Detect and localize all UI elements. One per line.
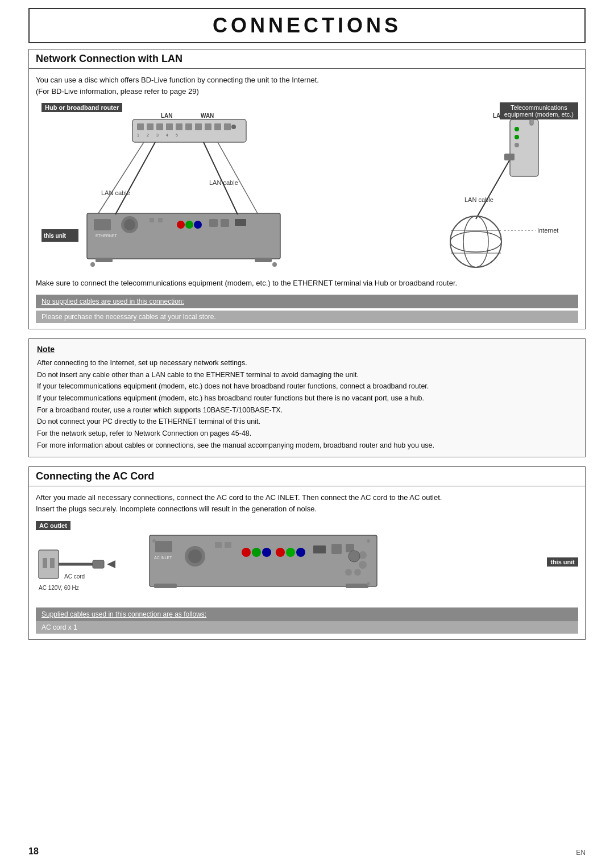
- right-network-svg: LAN LAN cable: [442, 105, 572, 276]
- svg-text:4: 4: [166, 133, 168, 137]
- svg-text:LAN cable: LAN cable: [209, 179, 238, 186]
- supplied-bar: Supplied cables used in this connection …: [36, 607, 578, 621]
- svg-point-46: [515, 135, 519, 139]
- svg-rect-22: [94, 219, 111, 230]
- ac-outlet-area: AC outlet AC cord: [36, 520, 138, 603]
- svg-rect-60: [39, 550, 59, 578]
- svg-rect-81: [313, 545, 326, 553]
- svg-rect-34: [96, 258, 113, 262]
- network-lan-intro: You can use a disc which offers BD-Live …: [36, 75, 578, 97]
- svg-text:5: 5: [176, 133, 178, 137]
- ac-cord-title: Connecting the AC Cord: [29, 467, 585, 486]
- svg-point-80: [296, 548, 305, 557]
- svg-point-75: [242, 548, 251, 557]
- svg-rect-61: [43, 558, 47, 568]
- svg-text:3: 3: [156, 133, 159, 137]
- svg-rect-27: [158, 218, 163, 222]
- svg-rect-32: [221, 219, 229, 227]
- svg-rect-69: [155, 541, 172, 552]
- svg-text:AC INLET: AC INLET: [154, 556, 172, 560]
- svg-rect-9: [214, 123, 221, 130]
- ac-outlet-label: AC outlet: [36, 521, 70, 530]
- svg-point-53: [450, 216, 501, 267]
- svg-point-93: [354, 569, 361, 576]
- svg-rect-3: [156, 123, 163, 130]
- svg-rect-86: [154, 584, 177, 588]
- svg-point-76: [252, 548, 261, 557]
- svg-point-11: [231, 125, 236, 129]
- svg-rect-26: [150, 218, 154, 222]
- svg-text:2: 2: [147, 133, 149, 137]
- svg-text:1: 1: [137, 133, 139, 137]
- svg-point-55: [463, 216, 488, 267]
- svg-point-91: [152, 539, 156, 543]
- svg-text:Internet: Internet: [537, 227, 558, 234]
- this-unit-label-right: this unit: [547, 557, 578, 567]
- svg-rect-35: [255, 258, 272, 262]
- network-lan-title: Network Connection with LAN: [29, 49, 585, 69]
- svg-text:ETHERNET: ETHERNET: [96, 234, 117, 238]
- svg-point-78: [276, 548, 285, 557]
- this-unit-right: this unit: [547, 557, 578, 567]
- svg-point-36: [90, 262, 95, 267]
- left-network-svg: 1 2 3 4 5 LAN WAN: [36, 105, 326, 276]
- supplied-sub: AC cord x 1: [36, 621, 578, 634]
- svg-point-29: [185, 221, 193, 229]
- svg-line-20: [218, 142, 258, 213]
- svg-text:LAN: LAN: [161, 113, 173, 119]
- ac-cord-section: Connecting the AC Cord After you made al…: [28, 466, 586, 640]
- svg-point-45: [515, 127, 519, 131]
- svg-text:LAN cable: LAN cable: [464, 196, 493, 203]
- ac-cord-intro: After you made all necessary connections…: [36, 492, 578, 515]
- note-title: Note: [37, 345, 577, 354]
- svg-text:this unit: this unit: [44, 233, 67, 239]
- svg-rect-74: [225, 542, 231, 548]
- no-cables-bar-text: No supplied cables are used in this conn…: [42, 297, 184, 305]
- ac-cord-diagram: AC outlet AC cord: [36, 520, 578, 603]
- svg-line-19: [98, 142, 144, 213]
- svg-point-89: [367, 539, 370, 543]
- ac-cord-unit-svg: AC INLET: [144, 524, 383, 598]
- svg-rect-82: [331, 544, 342, 554]
- svg-rect-68: [150, 535, 377, 586]
- svg-rect-8: [205, 123, 211, 130]
- svg-rect-6: [185, 123, 192, 130]
- left-diagram: Hub or broadband router: [36, 102, 430, 278]
- svg-rect-5: [176, 123, 182, 130]
- svg-point-77: [262, 548, 271, 557]
- svg-rect-2: [147, 123, 154, 130]
- svg-rect-87: [346, 584, 368, 588]
- page-lang: EN: [576, 849, 586, 857]
- svg-rect-7: [195, 123, 202, 130]
- svg-line-42: [204, 142, 238, 214]
- svg-rect-1: [137, 123, 144, 130]
- svg-point-47: [515, 143, 519, 147]
- svg-rect-44: [510, 119, 538, 176]
- hub-label: Hub or broadband router: [42, 103, 122, 112]
- svg-line-41: [115, 142, 155, 214]
- page-title: CONNECTIONS: [30, 14, 584, 38]
- no-cables-sub-text: Please purchase the necessary cables at …: [42, 313, 216, 321]
- svg-point-54: [450, 232, 501, 252]
- svg-text:AC 120V, 60 Hz: AC 120V, 60 Hz: [39, 585, 79, 591]
- svg-text:WAN: WAN: [201, 113, 214, 119]
- svg-rect-64: [93, 560, 104, 568]
- page-number: 18: [28, 846, 39, 857]
- ac-outlet-svg: AC cord AC 120V, 60 Hz: [36, 533, 132, 601]
- svg-rect-31: [209, 219, 218, 227]
- supplied-sub-text: AC cord x 1: [42, 623, 77, 631]
- svg-text:AC cord: AC cord: [64, 573, 85, 580]
- svg-point-30: [194, 221, 202, 229]
- ac-cord-unit-area: AC INLET: [144, 524, 541, 600]
- supplied-bar-text: Supplied cables used in this connection …: [42, 610, 206, 618]
- svg-point-92: [345, 569, 352, 576]
- post-diagram-text: Make sure to connect the telecommunicati…: [36, 278, 578, 289]
- svg-point-25: [124, 219, 135, 230]
- svg-marker-65: [107, 560, 115, 568]
- svg-point-88: [349, 551, 360, 562]
- svg-point-90: [367, 582, 370, 585]
- svg-point-28: [177, 221, 185, 229]
- svg-point-79: [286, 548, 295, 557]
- svg-rect-10: [224, 123, 231, 130]
- network-lan-section: Network Connection with LAN You can use …: [28, 49, 586, 329]
